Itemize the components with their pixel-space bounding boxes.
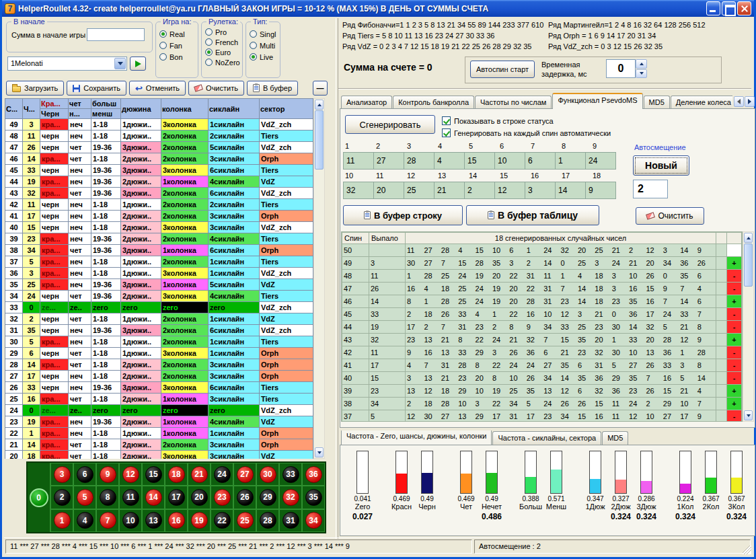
history-row[interactable]: 3923кра...неч19-362дюжи..2колонка4сиклай… (5, 233, 313, 245)
history-row[interactable]: 330ze...ze..zerozerozerozeroVdZ_zch (5, 302, 313, 313)
toolbar-button-4[interactable]: Очистить (188, 81, 244, 96)
history-row[interactable]: 3424чернчет19-362дюжи..3колонка4сиклайнT… (5, 291, 313, 302)
col-header-black[interactable]: Черн (40, 109, 69, 119)
scrollbar-thumb[interactable] (315, 110, 324, 170)
gen-grid-cell[interactable]: 32 (343, 182, 374, 199)
board-number-cell[interactable]: 14 (142, 486, 165, 509)
gen-grid-cell[interactable]: 3 (525, 182, 556, 199)
radio-option-2[interactable]: Bon (156, 52, 198, 62)
board-number-cell[interactable]: 21 (188, 463, 211, 486)
tab-3[interactable]: Функционал PsevdoMS (552, 93, 642, 109)
history-row[interactable]: 2814кра...чет1-182дюжи..2колонка3сиклайн… (5, 359, 313, 371)
gen-grid-cell[interactable]: 4 (434, 152, 465, 170)
radio-option-3[interactable]: NoZero (202, 57, 242, 67)
tab-2[interactable]: MD5 (602, 431, 628, 445)
spins-header-fell[interactable]: Выпало (369, 233, 406, 244)
history-row[interactable]: 305кра...неч1-181дюжи..2колонка1сиклайнT… (5, 336, 313, 348)
gen-grid-cell[interactable]: 2 (464, 182, 495, 199)
history-row[interactable]: 493кра...неч1-181дюжи..3колонка1сиклайнV… (5, 119, 313, 131)
board-number-cell[interactable]: 1 (50, 509, 73, 532)
board-number-cell[interactable]: 6 (73, 463, 96, 486)
toolbar-button-3[interactable]: ↩Отменить (129, 81, 186, 96)
history-row[interactable]: 240ze...ze..zerozerozerozeroVdZ_zch (5, 405, 313, 416)
board-number-cell[interactable]: 11 (119, 486, 142, 509)
spins-row[interactable]: 411747312882224242735631527263338- (342, 359, 742, 372)
history-row[interactable]: 4614кра...чет1-182дюжи..2колонка3сиклайн… (5, 153, 313, 165)
gen-grid-cell[interactable]: 27 (373, 152, 404, 170)
restore-button[interactable] (722, 1, 736, 15)
scrollbar-thumb[interactable] (744, 244, 753, 287)
radio-option-1[interactable]: French (202, 37, 242, 47)
gen-grid-cell[interactable]: 1 (555, 152, 586, 170)
clear-button[interactable]: Очистить (636, 207, 704, 225)
checkbox-generate-each-spin[interactable]: Генерировать на каждый спин автоматическ… (442, 128, 611, 138)
col-header-small[interactable]: менш (91, 109, 121, 119)
spins-row[interactable]: 50112728415106124322025212123149 (342, 244, 742, 257)
toolbar-button-1[interactable]: Загрузить (6, 81, 64, 96)
history-row[interactable]: 322чернчет1-181дюжи..2колонка1сиклайнVdZ (5, 313, 313, 325)
col-header-even[interactable]: чет (69, 99, 91, 109)
spins-scrollbar[interactable] (743, 231, 754, 422)
autoshift-input[interactable] (633, 180, 668, 198)
board-number-cell[interactable]: 13 (142, 509, 165, 532)
board-number-cell[interactable]: 9 (96, 463, 119, 486)
spins-header-numbers[interactable]: 18 сгенерированных случайных чисел (406, 233, 716, 244)
history-row[interactable]: 3525кра...неч19-363дюжи..1колонка5сиклай… (5, 279, 313, 291)
tabs-scroll-right-icon[interactable] (745, 96, 755, 107)
board-number-cell[interactable]: 16 (165, 509, 188, 532)
board-number-cell[interactable]: 20 (188, 486, 211, 509)
spins-header-spin[interactable]: Спин (342, 233, 369, 244)
gen-grid-cell[interactable]: 28 (404, 152, 434, 170)
history-row[interactable]: 2114кра...чет1-182дюжи..2колонка3сиклайн… (5, 439, 313, 451)
history-row[interactable]: 375кра...неч1-181дюжи..2колонка1сиклайнT… (5, 256, 313, 268)
history-row[interactable]: 2717черннеч1-182дюжи..2колонка3сиклайнOr… (5, 371, 313, 382)
gen-grid-cell[interactable]: 12 (494, 182, 525, 199)
tab-2[interactable]: Частоты по числам (475, 96, 552, 109)
spinner-up-icon[interactable] (636, 59, 647, 69)
collapse-button[interactable]: — (313, 81, 328, 96)
history-row[interactable]: 4533черннеч19-363дюжи..3колонка6сиклайнT… (5, 165, 313, 176)
history-row[interactable]: 3834кра...чет19-363дюжи..1колонка6сиклай… (5, 245, 313, 256)
board-number-cell[interactable]: 4 (73, 509, 96, 532)
copy-table-button[interactable]: В буфер таблицу (466, 205, 599, 225)
gen-grid-cell[interactable]: 10 (494, 152, 525, 170)
history-row[interactable]: 4811черннеч1-181дюжи..2колонка2сиклайнTi… (5, 131, 313, 142)
col-header-big[interactable]: больш (91, 99, 121, 109)
spins-row[interactable]: 421191613332932636621233230101336128- (342, 346, 742, 359)
tab-0[interactable]: Анализатор (341, 96, 392, 109)
history-row[interactable]: 4117черннеч1-182дюжи..2колонка3сиклайнOr… (5, 211, 313, 222)
gen-grid-cell[interactable]: 21 (434, 182, 465, 199)
col-header-number[interactable]: Ч... (23, 99, 40, 119)
resize-grip[interactable] (743, 546, 751, 554)
board-number-cell[interactable]: 5 (73, 486, 96, 509)
history-row[interactable]: 2516кра...чет1-182дюжи..1колонка3сиклайн… (5, 394, 313, 405)
board-number-cell[interactable]: 23 (211, 486, 233, 509)
combo-dropdown-button[interactable] (114, 58, 126, 69)
tab-0[interactable]: Частота - Zero, шансы, дюжины, колонки (341, 431, 492, 445)
spins-row[interactable]: 401531321232081026341435362935716514- (342, 372, 742, 385)
board-number-cell[interactable]: 33 (279, 463, 302, 486)
col-header-red[interactable]: Кра... (40, 99, 69, 109)
gen-grid-cell[interactable]: 6 (525, 152, 556, 170)
radio-option-0[interactable]: Singl (246, 29, 280, 39)
board-number-cell[interactable]: 34 (302, 509, 325, 532)
board-number-cell[interactable]: 27 (233, 463, 256, 486)
board-number-cell[interactable]: 25 (233, 509, 256, 532)
scroll-down-icon[interactable] (744, 410, 753, 420)
history-scrollbar[interactable] (313, 98, 325, 459)
gen-grid-cell[interactable]: 14 (555, 182, 586, 199)
board-number-cell[interactable]: 24 (211, 463, 233, 486)
radio-option-1[interactable]: Multi (246, 40, 280, 50)
gen-grid-cell[interactable]: 11 (343, 152, 374, 170)
copy-row-button[interactable]: В буфер строку (343, 205, 463, 225)
gen-grid-cell[interactable]: 9 (585, 182, 616, 199)
board-number-cell[interactable]: 7 (96, 509, 119, 532)
scroll-up-icon[interactable] (744, 233, 753, 243)
history-row[interactable]: 296чернчет1-181дюжи..3колонка1сиклайнOrp… (5, 348, 313, 359)
board-number-cell[interactable]: 31 (279, 509, 302, 532)
col-header-odd[interactable]: н... (69, 109, 91, 119)
gen-grid-cell[interactable]: 25 (404, 182, 434, 199)
checkbox-show-in-status[interactable]: Показывать в строке статуса (442, 116, 554, 126)
board-number-cell[interactable]: 10 (119, 509, 142, 532)
tab-1[interactable]: Частота - сиклайны, сектора (492, 431, 601, 445)
